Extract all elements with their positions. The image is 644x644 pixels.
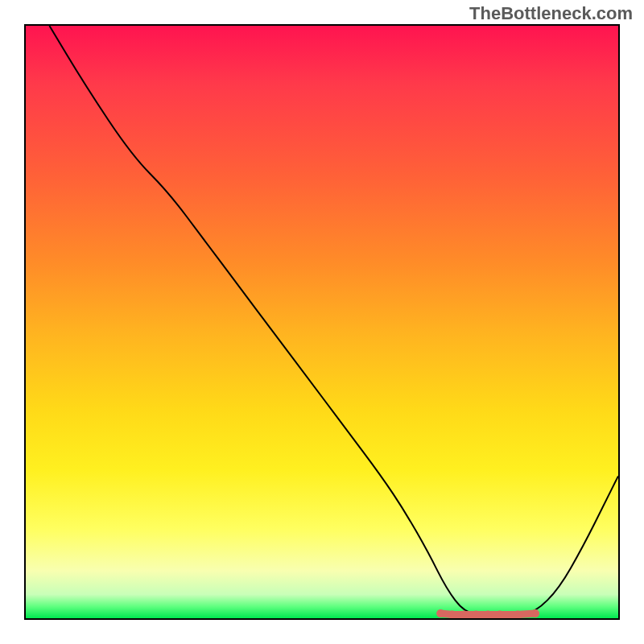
curve-svg [26,26,618,618]
plot-area [24,24,620,620]
bottleneck-curve [49,26,618,617]
watermark-text: TheBottleneck.com [469,3,633,24]
optimal-zone-markers [436,609,539,618]
optimal-zone-point [531,609,539,617]
optimal-zone-point [436,609,444,617]
